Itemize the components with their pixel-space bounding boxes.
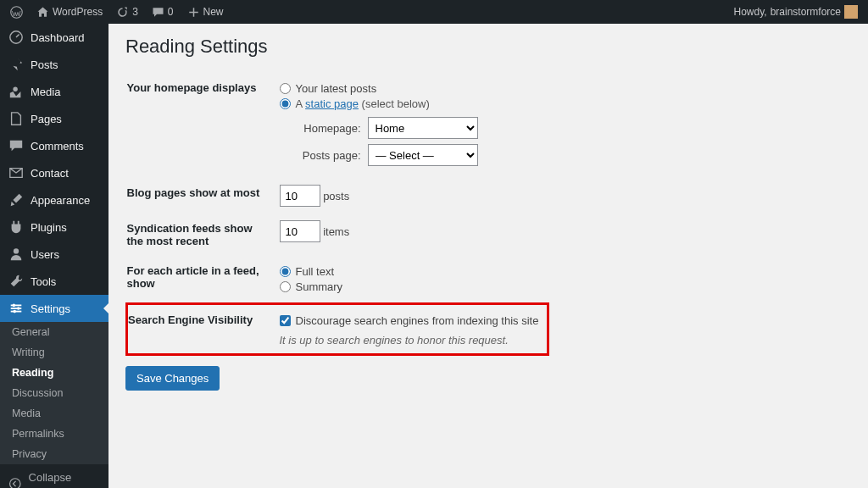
page-title: Reading Settings [125, 36, 851, 58]
user-menu[interactable]: Howdy, brainstormforce [729, 0, 864, 24]
sidebar-item-label: Settings [31, 302, 70, 315]
admin-sidebar: Dashboard Posts Media Pages Comments Con… [0, 24, 108, 488]
sidebar-item-comments[interactable]: Comments [0, 132, 108, 159]
sidebar-item-label: Dashboard [31, 31, 85, 44]
collapse-label: Collapse menu [29, 471, 100, 488]
comments-link[interactable]: 0 [147, 0, 179, 24]
sidebar-item-label: Comments [31, 140, 84, 152]
svg-point-9 [13, 310, 16, 313]
blog-pages-input[interactable] [280, 185, 320, 207]
sidebar-item-contact[interactable]: Contact [0, 159, 108, 186]
sidebar-item-tools[interactable]: Tools [0, 268, 108, 295]
row-feed-label: For each article in a feed, show [127, 256, 271, 304]
radio-full-label: Full text [296, 265, 335, 278]
radio-static-suffix: (select below) [362, 97, 430, 110]
sev-checkbox[interactable] [280, 315, 291, 326]
blog-pages-unit: posts [323, 190, 349, 202]
submenu-reading[interactable]: Reading [0, 363, 108, 383]
sidebar-item-label: Users [31, 248, 59, 261]
tools-icon [8, 274, 24, 289]
homepage-select-label: Homepage: [300, 122, 361, 135]
new-content-link[interactable]: New [182, 0, 229, 24]
row-sev-label: Search Engine Visibility [127, 304, 271, 355]
syndication-input[interactable] [280, 220, 320, 242]
radio-latest-posts[interactable] [280, 83, 291, 94]
row-blogpages-label: Blog pages show at most [127, 178, 271, 214]
sidebar-item-label: Posts [31, 58, 58, 71]
home-icon [36, 6, 49, 19]
save-button[interactable]: Save Changes [125, 366, 220, 391]
settings-icon [8, 301, 24, 316]
site-name-link[interactable]: WordPress [31, 0, 108, 24]
media-icon [8, 84, 24, 99]
howdy-prefix: Howdy, [734, 6, 767, 18]
new-label: New [203, 6, 224, 18]
collapse-menu[interactable]: Collapse menu [0, 464, 108, 488]
radio-full-text[interactable] [280, 266, 291, 277]
plus-icon [187, 6, 200, 19]
radio-latest-label: Your latest posts [296, 82, 377, 95]
svg-point-3 [14, 248, 19, 253]
sev-note: It is up to search engines to honor this… [280, 334, 539, 347]
update-icon [116, 6, 129, 19]
pin-icon [8, 57, 24, 72]
submenu-privacy[interactable]: Privacy [0, 444, 108, 464]
settings-submenu: General Writing Reading Discussion Media… [0, 322, 108, 464]
submenu-writing[interactable]: Writing [0, 342, 108, 363]
howdy-user: brainstormforce [771, 6, 841, 18]
comment-icon [152, 6, 164, 19]
submenu-permalinks[interactable]: Permalinks [0, 424, 108, 444]
brush-icon [8, 192, 24, 208]
mail-icon [8, 165, 24, 180]
svg-point-8 [17, 307, 20, 310]
page-icon [8, 111, 24, 126]
avatar [844, 5, 858, 19]
content-area: Reading Settings Your homepage displays … [108, 24, 868, 488]
sidebar-item-label: Pages [31, 113, 62, 125]
comment-icon [8, 138, 24, 153]
svg-point-2 [13, 87, 17, 92]
sidebar-item-dashboard[interactable]: Dashboard [0, 24, 108, 51]
sidebar-item-pages[interactable]: Pages [0, 105, 108, 132]
row-homepage-label: Your homepage displays [127, 73, 271, 178]
svg-point-7 [13, 304, 16, 308]
sidebar-item-label: Contact [31, 167, 69, 180]
comments-count: 0 [168, 6, 174, 18]
homepage-select[interactable]: Home [368, 117, 478, 139]
updates-link[interactable]: 3 [111, 0, 143, 24]
sidebar-item-label: Tools [31, 275, 56, 288]
wp-logo[interactable] [5, 0, 28, 24]
submenu-discussion[interactable]: Discussion [0, 383, 108, 403]
syndication-unit: items [323, 225, 349, 238]
sidebar-item-posts[interactable]: Posts [0, 51, 108, 78]
sev-checkbox-label: Discourage search engines from indexing … [296, 314, 539, 327]
updates-count: 3 [132, 6, 138, 18]
submenu-media[interactable]: Media [0, 403, 108, 424]
radio-static-page[interactable] [280, 98, 291, 109]
search-engine-visibility-row: Search Engine Visibility Discourage sear… [127, 304, 548, 355]
static-page-link[interactable]: static page [305, 97, 359, 110]
sidebar-item-settings[interactable]: Settings [0, 295, 108, 322]
radio-static-prefix: A [296, 97, 303, 110]
sidebar-item-label: Appearance [31, 194, 90, 207]
radio-summary-label: Summary [296, 280, 343, 293]
postspage-select[interactable]: — Select — [368, 144, 478, 166]
wordpress-icon [10, 6, 23, 19]
sidebar-item-plugins[interactable]: Plugins [0, 214, 108, 241]
submenu-general[interactable]: General [0, 322, 108, 342]
plugin-icon [8, 219, 24, 235]
collapse-icon [8, 477, 22, 488]
admin-bar: WordPress 3 0 New Howdy, brainstormforce [0, 0, 868, 24]
postspage-select-label: Posts page: [300, 149, 361, 162]
sidebar-item-label: Plugins [31, 221, 67, 234]
user-icon [8, 247, 24, 262]
sidebar-item-label: Media [31, 86, 60, 98]
dashboard-icon [8, 30, 24, 45]
radio-summary[interactable] [280, 281, 291, 292]
settings-form: Your homepage displays Your latest posts… [125, 73, 549, 356]
row-synd-label: Syndication feeds show the most recent [127, 214, 271, 256]
svg-point-10 [10, 479, 20, 488]
sidebar-item-users[interactable]: Users [0, 241, 108, 268]
sidebar-item-appearance[interactable]: Appearance [0, 186, 108, 214]
sidebar-item-media[interactable]: Media [0, 78, 108, 105]
